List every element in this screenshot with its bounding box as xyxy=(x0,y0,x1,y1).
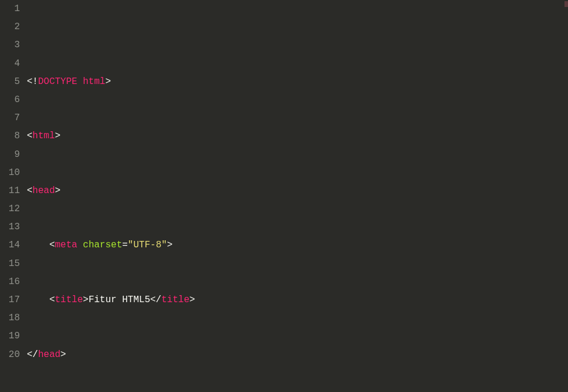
code-token: </ xyxy=(27,349,38,360)
line-number: 14 xyxy=(0,236,20,254)
code-token: < xyxy=(49,240,55,250)
code-token: > xyxy=(83,295,89,305)
code-line[interactable]: <title>Fitur HTML5</title> xyxy=(27,291,568,309)
code-token: = xyxy=(122,240,128,250)
code-area[interactable]: <!DOCTYPE html> <html> <head> <meta char… xyxy=(26,0,568,392)
line-number: 13 xyxy=(0,218,20,236)
code-token: title xyxy=(161,295,189,305)
line-number: 11 xyxy=(0,182,20,200)
line-number: 2 xyxy=(0,18,20,36)
code-token: > xyxy=(189,295,195,305)
line-number: 12 xyxy=(0,200,20,218)
code-token: " xyxy=(161,240,167,250)
code-token: html xyxy=(33,131,55,141)
line-number: 10 xyxy=(0,164,20,182)
code-line[interactable]: </head> xyxy=(27,346,568,364)
line-number: 4 xyxy=(0,55,20,73)
code-token: > xyxy=(105,76,111,87)
line-number: 9 xyxy=(0,146,20,164)
line-number: 7 xyxy=(0,109,20,127)
code-token: < xyxy=(27,186,33,196)
code-line[interactable]: <meta charset="UTF-8"> xyxy=(27,236,568,254)
code-token xyxy=(77,240,83,250)
code-line[interactable]: <head> xyxy=(27,182,568,200)
line-number: 16 xyxy=(0,273,20,291)
code-token xyxy=(27,295,49,305)
code-editor: 1 2 3 4 5 6 7 8 9 10 11 12 13 14 15 16 1… xyxy=(0,0,568,392)
line-number: 6 xyxy=(0,91,20,109)
code-token: </ xyxy=(150,295,161,305)
code-token: < xyxy=(27,131,33,141)
code-line[interactable]: <!DOCTYPE html> xyxy=(27,73,568,91)
code-token: > xyxy=(61,349,67,360)
minimap-marker xyxy=(564,1,568,7)
line-number: 1 xyxy=(0,0,20,18)
line-number: 17 xyxy=(0,291,20,309)
code-token: < xyxy=(49,295,55,305)
code-token: > xyxy=(55,186,61,196)
code-token: DOCTYPE html xyxy=(38,76,105,87)
code-token: meta xyxy=(55,240,77,250)
line-number-gutter: 1 2 3 4 5 6 7 8 9 10 11 12 13 14 15 16 1… xyxy=(0,0,26,392)
code-token: UTF-8 xyxy=(133,240,161,250)
code-token: > xyxy=(167,240,173,250)
code-token: head xyxy=(38,349,60,360)
line-number: 8 xyxy=(0,127,20,145)
code-token: Fitur HTML5 xyxy=(89,295,151,305)
line-number: 5 xyxy=(0,73,20,91)
code-token: charset xyxy=(83,240,122,250)
code-token: > xyxy=(55,131,61,141)
code-token: head xyxy=(33,186,55,196)
line-number: 3 xyxy=(0,36,20,54)
line-number: 19 xyxy=(0,327,20,345)
code-line[interactable]: <html> xyxy=(27,127,568,145)
code-token: title xyxy=(55,295,83,305)
line-number: 18 xyxy=(0,309,20,327)
line-number: 20 xyxy=(0,346,20,364)
code-token xyxy=(27,240,49,250)
code-token: <! xyxy=(27,76,38,87)
line-number: 15 xyxy=(0,255,20,273)
